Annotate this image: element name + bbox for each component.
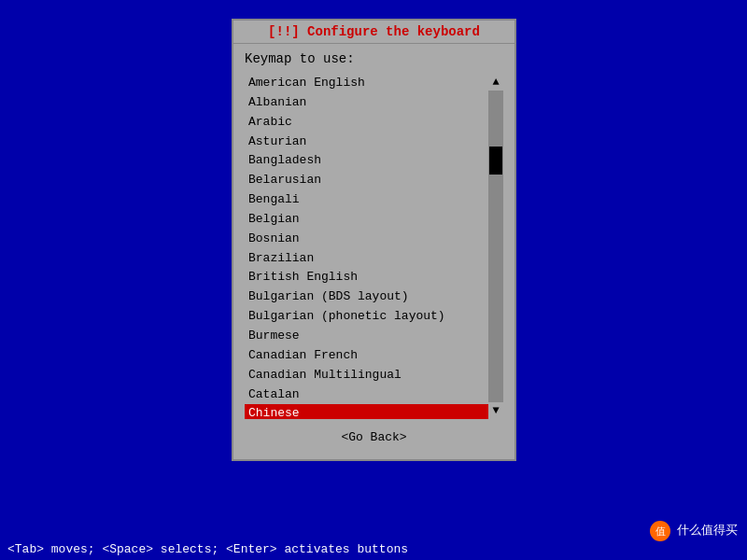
scrollbar[interactable]: ▲ ▼ [488,74,503,419]
list-item[interactable]: Bulgarian (BDS layout) [245,287,488,307]
scroll-down-button[interactable]: ▼ [488,402,503,419]
list-item[interactable]: Burmese [245,327,488,346]
list-item[interactable]: Bosnian [245,230,488,249]
list-item[interactable]: American English [245,74,488,93]
list-item[interactable]: Belarusian [245,171,488,190]
dialog-body: Keymap to use: American EnglishAlbanianA… [233,44,514,459]
watermark-text: 什么值得买 [677,523,738,537]
list-item[interactable]: Canadian Multilingual [245,366,488,385]
list-item[interactable]: Arabic [245,113,488,133]
status-bar: <Tab> moves; <Space> selects; <Enter> ac… [0,539,747,560]
list-item[interactable]: British English [245,268,488,287]
list-item[interactable]: Bulgarian (phonetic layout) [245,307,488,327]
list-item[interactable]: Belgian [245,210,488,230]
list-item[interactable]: Brazilian [245,249,488,269]
list-item[interactable]: Bangladesh [245,151,488,171]
scroll-track [488,91,503,402]
list-item[interactable]: Canadian French [245,346,488,366]
list-item[interactable]: Bengali [245,190,488,210]
list-container: American EnglishAlbanianArabicAsturianBa… [245,74,503,419]
list-item[interactable]: Asturian [245,133,488,152]
watermark-icon: 值 [650,521,670,541]
go-back-button[interactable]: <Go Back> [333,428,414,446]
keyboard-config-dialog: [!!] Configure the keyboard Keymap to us… [232,19,516,461]
keymap-list[interactable]: American EnglishAlbanianArabicAsturianBa… [245,74,488,419]
scroll-up-button[interactable]: ▲ [488,74,503,91]
list-item[interactable]: Albanian [245,93,488,113]
go-back-container: <Go Back> [245,419,503,452]
keymap-label: Keymap to use: [245,51,503,66]
list-item[interactable]: Chinese [245,404,488,419]
dialog-title: [!!] Configure the keyboard [233,21,514,44]
scroll-thumb[interactable] [489,147,502,175]
list-item[interactable]: Catalan [245,385,488,405]
watermark: 值 什么值得买 [650,521,738,541]
